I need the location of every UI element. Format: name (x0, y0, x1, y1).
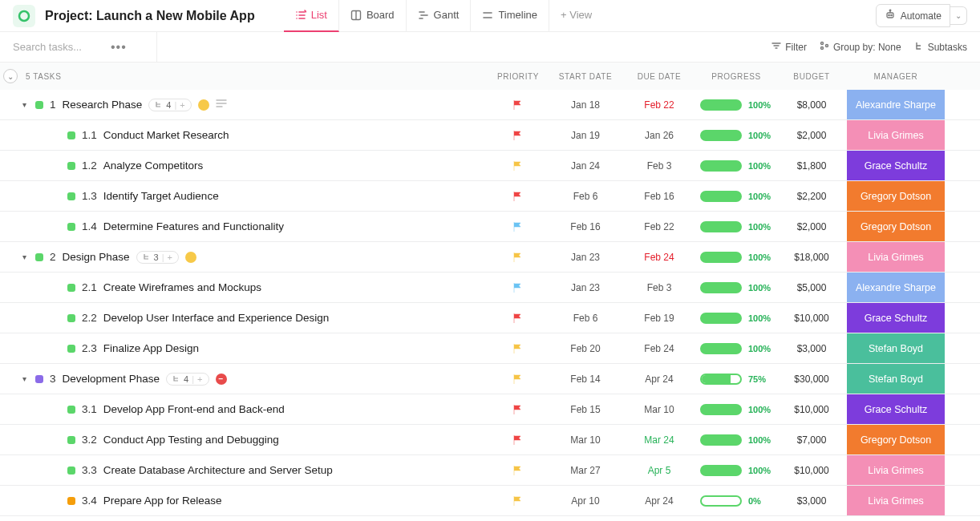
budget-cell[interactable]: $10,000 (776, 465, 847, 476)
manager-cell[interactable]: Livia Grimes (847, 120, 945, 150)
task-name[interactable]: Determine Features and Functionality (103, 220, 284, 232)
toolbar-group-by[interactable]: Group by: None (820, 41, 901, 53)
priority-cell[interactable] (488, 404, 549, 415)
manager-cell[interactable]: Alexandre Sharpe (847, 273, 945, 302)
manager-cell[interactable]: Gregory Dotson (847, 212, 945, 241)
subtask-count-pill[interactable]: 3|+ (136, 251, 179, 264)
subtask-count-pill[interactable]: 4|+ (148, 99, 191, 111)
start-date[interactable]: Feb 6 (549, 191, 622, 202)
task-name[interactable]: Prepare App for Release (103, 495, 222, 507)
budget-cell[interactable]: $2,200 (776, 191, 847, 202)
progress-cell[interactable]: 100% (696, 252, 776, 263)
progress-cell[interactable]: 100% (696, 130, 776, 141)
plus-icon[interactable]: + (180, 100, 184, 110)
progress-cell[interactable]: 100% (696, 282, 776, 293)
more-options-icon[interactable]: ••• (107, 40, 130, 55)
task-row[interactable]: 1.3Identify Target Audience Feb 6Feb 161… (0, 181, 980, 212)
priority-cell[interactable] (488, 374, 549, 385)
manager-cell[interactable]: Alexandre Sharpe (847, 90, 945, 119)
due-date[interactable]: Apr 24 (622, 495, 696, 507)
manager-cell[interactable]: Gregory Dotson (847, 181, 945, 211)
view-tab-gantt[interactable]: Gantt (407, 0, 472, 32)
progress-cell[interactable]: 100% (696, 434, 776, 446)
task-name[interactable]: Conduct Market Research (103, 129, 229, 141)
due-date[interactable]: Apr 24 (622, 374, 696, 385)
caret-down-icon[interactable]: ▾ (19, 374, 29, 383)
progress-cell[interactable]: 100% (696, 191, 776, 202)
status-square[interactable] (67, 406, 75, 414)
progress-cell[interactable]: 100% (696, 404, 776, 415)
budget-cell[interactable]: $30,000 (776, 374, 847, 385)
task-row[interactable]: 1.2Analyze Competitors Jan 24Feb 3100%$1… (0, 151, 980, 181)
task-row[interactable]: 1.1Conduct Market Research Jan 19Jan 261… (0, 120, 980, 151)
status-square[interactable] (67, 466, 75, 475)
caret-down-icon[interactable]: ▾ (19, 252, 29, 261)
manager-cell[interactable]: Gregory Dotson (847, 425, 945, 454)
status-square[interactable] (67, 162, 75, 170)
plus-icon[interactable]: + (168, 252, 172, 262)
budget-cell[interactable]: $2,000 (776, 130, 847, 141)
subtask-count-pill[interactable]: 4|+ (166, 373, 209, 386)
due-date[interactable]: Feb 24 (622, 252, 696, 263)
progress-cell[interactable]: 100% (696, 313, 776, 324)
manager-cell[interactable]: Stefan Boyd (847, 364, 945, 394)
budget-cell[interactable]: $7,000 (776, 434, 847, 446)
start-date[interactable]: Jan 19 (549, 130, 622, 141)
automate-button[interactable]: Automate (876, 4, 950, 27)
col-start[interactable]: START DATE (549, 72, 622, 81)
status-square[interactable] (67, 223, 75, 231)
start-date[interactable]: Mar 10 (549, 434, 622, 446)
start-date[interactable]: Jan 24 (549, 160, 622, 172)
start-date[interactable]: Feb 6 (549, 313, 622, 324)
plus-icon[interactable]: + (197, 374, 202, 384)
manager-cell[interactable]: Livia Grimes (847, 242, 945, 272)
task-row[interactable]: ▾2Design Phase3|+ Jan 23Feb 24100%$18,00… (0, 242, 980, 273)
progress-cell[interactable]: 75% (696, 374, 776, 385)
priority-cell[interactable] (488, 343, 549, 354)
task-name[interactable]: Develop App Front-end and Back-end (103, 403, 285, 415)
view-tab-timeline[interactable]: Timeline (471, 0, 549, 32)
manager-cell[interactable]: Livia Grimes (847, 486, 945, 515)
task-name[interactable]: Conduct App Testing and Debugging (103, 434, 279, 446)
manager-cell[interactable]: Grace Schultz (847, 394, 945, 424)
status-square[interactable] (35, 375, 43, 383)
priority-cell[interactable] (488, 465, 549, 476)
task-row[interactable]: 3.4Prepare App for Release Apr 10Apr 240… (0, 486, 980, 516)
task-name[interactable]: Finalize App Design (103, 342, 199, 354)
status-square[interactable] (67, 284, 75, 292)
task-row[interactable]: 1.4Determine Features and Functionality … (0, 212, 980, 242)
due-date[interactable]: Mar 10 (622, 404, 696, 415)
due-date[interactable]: Feb 16 (622, 191, 696, 202)
due-date[interactable]: Feb 3 (622, 282, 696, 293)
budget-cell[interactable]: $3,000 (776, 495, 847, 507)
task-name[interactable]: Design Phase (63, 251, 130, 263)
status-square[interactable] (67, 497, 75, 505)
priority-cell[interactable] (488, 191, 549, 202)
task-row[interactable]: 2.1Create Wireframes and Mockups Jan 23F… (0, 273, 980, 303)
priority-cell[interactable] (488, 221, 549, 232)
budget-cell[interactable]: $2,000 (776, 221, 847, 232)
status-square[interactable] (35, 101, 43, 109)
task-row[interactable]: ▾3Development Phase4|+− Feb 14Apr 2475%$… (0, 364, 980, 394)
status-square[interactable] (67, 436, 75, 444)
col-manager[interactable]: MANAGER (847, 72, 945, 81)
start-date[interactable]: Jan 18 (549, 99, 622, 111)
status-square[interactable] (67, 345, 75, 353)
budget-cell[interactable]: $8,000 (776, 99, 847, 111)
task-row[interactable]: 3.3Create Database Architecture and Serv… (0, 455, 980, 486)
manager-cell[interactable]: Grace Schultz (847, 151, 945, 180)
progress-cell[interactable]: 100% (696, 99, 776, 111)
task-name[interactable]: Research Phase (63, 99, 143, 111)
budget-cell[interactable]: $1,800 (776, 160, 847, 172)
toolbar-filter[interactable]: Filter (771, 41, 807, 53)
start-date[interactable]: Apr 10 (549, 495, 622, 507)
view-tab-board[interactable]: Board (339, 0, 407, 32)
task-row[interactable]: 3.1Develop App Front-end and Back-end Fe… (0, 394, 980, 425)
col-budget[interactable]: BUDGET (776, 72, 847, 81)
start-date[interactable]: Jan 23 (549, 282, 622, 293)
priority-cell[interactable] (488, 130, 549, 141)
manager-cell[interactable]: Livia Grimes (847, 455, 945, 485)
manager-cell[interactable]: Stefan Boyd (847, 333, 945, 363)
start-date[interactable]: Jan 23 (549, 252, 622, 263)
priority-cell[interactable] (488, 313, 549, 324)
